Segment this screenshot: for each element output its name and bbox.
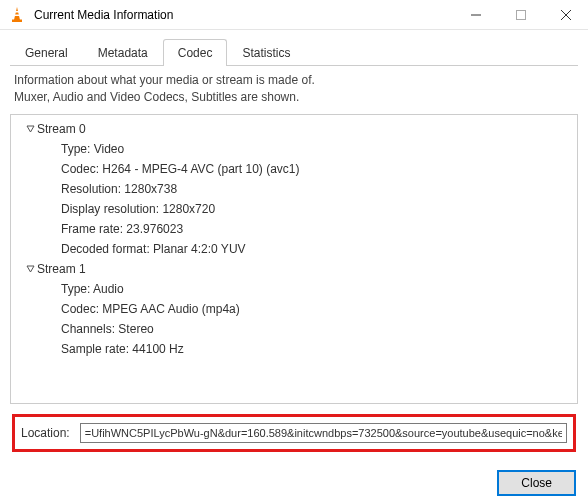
desc-line-2: Muxer, Audio and Video Codecs, Subtitles… — [14, 89, 574, 106]
codec-prop: Type: Audio — [13, 279, 575, 299]
codec-prop: Codec: H264 - MPEG-4 AVC (part 10) (avc1… — [13, 159, 575, 179]
tab-codec[interactable]: Codec — [163, 39, 228, 66]
location-section: Location: — [0, 404, 588, 464]
codec-prop: Frame rate: 23.976023 — [13, 219, 575, 239]
codec-prop: Channels: Stereo — [13, 319, 575, 339]
svg-rect-0 — [15, 11, 19, 13]
codec-prop: Sample rate: 44100 Hz — [13, 339, 575, 359]
codec-prop: Codec: MPEG AAC Audio (mp4a) — [13, 299, 575, 319]
close-button[interactable] — [543, 0, 588, 30]
tab-statistics[interactable]: Statistics — [227, 39, 305, 66]
minimize-button[interactable] — [453, 0, 498, 30]
codec-prop: Decoded format: Planar 4:2:0 YUV — [13, 239, 575, 259]
location-input[interactable] — [80, 423, 567, 443]
tab-bar: General Metadata Codec Statistics — [10, 38, 578, 66]
location-highlight: Location: — [12, 414, 576, 452]
chevron-down-icon[interactable] — [23, 264, 37, 273]
svg-rect-1 — [15, 14, 20, 16]
stream-name: Stream 0 — [37, 120, 86, 138]
codec-prop: Type: Video — [13, 139, 575, 159]
svg-rect-4 — [516, 10, 525, 19]
close-dialog-button[interactable]: Close — [497, 470, 576, 496]
tab-general[interactable]: General — [10, 39, 83, 66]
window-controls — [453, 0, 588, 30]
codec-tree[interactable]: Stream 0 Type: Video Codec: H264 - MPEG-… — [10, 114, 578, 404]
stream-header-0[interactable]: Stream 0 — [13, 119, 575, 139]
stream-name: Stream 1 — [37, 260, 86, 278]
content-area: General Metadata Codec Statistics Inform… — [0, 30, 588, 404]
titlebar: Current Media Information — [0, 0, 588, 30]
desc-line-1: Information about what your media or str… — [14, 72, 574, 89]
codec-description: Information about what your media or str… — [14, 72, 574, 106]
vlc-cone-icon — [8, 6, 26, 24]
window-title: Current Media Information — [34, 8, 453, 22]
svg-rect-2 — [12, 19, 22, 22]
maximize-button[interactable] — [498, 0, 543, 30]
location-label: Location: — [21, 426, 70, 440]
codec-prop: Resolution: 1280x738 — [13, 179, 575, 199]
codec-prop: Display resolution: 1280x720 — [13, 199, 575, 219]
dialog-footer: Close — [0, 464, 588, 500]
tab-metadata[interactable]: Metadata — [83, 39, 163, 66]
stream-header-1[interactable]: Stream 1 — [13, 259, 575, 279]
chevron-down-icon[interactable] — [23, 124, 37, 133]
